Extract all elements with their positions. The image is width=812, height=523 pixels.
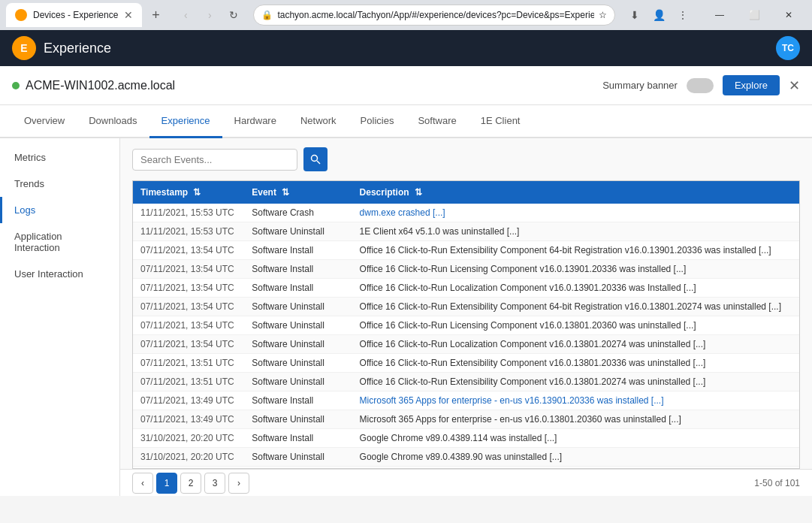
close-button[interactable]: ✕: [771, 3, 806, 27]
svg-line-1: [317, 161, 320, 164]
cell-timestamp: 31/10/2021, 20:20 UTC: [133, 448, 244, 467]
cell-description: Office 16 Click-to-Run Licensing Compone…: [352, 260, 799, 279]
content-area: Timestamp ⇅ Event ⇅ Description ⇅ 11/11/…: [120, 138, 812, 496]
cell-timestamp: 07/11/2021, 13:54 UTC: [133, 260, 244, 279]
window-controls: — ⬜ ✕: [702, 3, 806, 27]
tab-overview[interactable]: Overview: [12, 105, 77, 138]
page-3-button[interactable]: 3: [204, 473, 225, 494]
search-input[interactable]: [132, 149, 297, 171]
device-status-indicator: [12, 82, 20, 89]
timestamp-header[interactable]: Timestamp ⇅: [133, 181, 244, 204]
table-row: 07/11/2021, 13:54 UTCSoftware UninstallO…: [133, 298, 799, 316]
sidebar: MetricsTrendsLogsApplication Interaction…: [0, 138, 120, 496]
cell-description: Office 16 Click-to-Run Extensibility Com…: [352, 354, 799, 373]
sidebar-item-logs[interactable]: Logs: [0, 197, 119, 223]
tab-experience[interactable]: Experience: [149, 105, 222, 138]
device-bar: ACME-WIN1002.acme.local Summary banner E…: [0, 66, 812, 105]
table-container: Timestamp ⇅ Event ⇅ Description ⇅ 11/11/…: [132, 180, 800, 469]
sidebar-item-user-interaction[interactable]: User Interaction: [0, 261, 119, 287]
cell-description: Office 16 Click-to-Run Extensibility Com…: [352, 241, 799, 260]
cell-description: Google Chrome v89.0.4389.114 was install…: [352, 429, 799, 448]
url-input[interactable]: [277, 10, 594, 20]
cell-event: Software Uninstall: [244, 373, 352, 391]
browser-tab-close-icon[interactable]: ✕: [124, 9, 133, 21]
description-sort-icon[interactable]: ⇅: [415, 187, 422, 198]
table-row: 07/11/2021, 13:54 UTCSoftware InstallOff…: [133, 241, 799, 260]
table-row: 11/11/2021, 15:53 UTCSoftware Crashdwm.e…: [133, 204, 799, 222]
bookmark-icon[interactable]: ☆: [599, 10, 607, 20]
cell-event: Software Uninstall: [244, 335, 352, 354]
cell-timestamp: 07/11/2021, 13:49 UTC: [133, 410, 244, 429]
tab-network[interactable]: Network: [288, 105, 349, 138]
table-row: 07/11/2021, 13:54 UTCSoftware InstallOff…: [133, 279, 799, 298]
download-icon[interactable]: ⬇: [624, 5, 645, 26]
cell-description: Google Chrome v89.0.4389.90 was uninstal…: [352, 448, 799, 467]
tab-policies[interactable]: Policies: [349, 105, 406, 138]
next-page-button[interactable]: ›: [228, 473, 249, 494]
maximize-button[interactable]: ⬜: [737, 3, 771, 27]
sidebar-item-application-interaction[interactable]: Application Interaction: [0, 223, 119, 261]
minimize-button[interactable]: —: [702, 3, 737, 27]
cell-event: Software Install: [244, 429, 352, 448]
page-navigation: ‹123›: [132, 473, 249, 494]
cell-description: 1E Client x64 v5.1.0 was uninstalled [..…: [352, 222, 799, 241]
description-header[interactable]: Description ⇅: [352, 181, 799, 204]
page-2-button[interactable]: 2: [180, 473, 201, 494]
sidebar-item-trends[interactable]: Trends: [0, 171, 119, 197]
browser-tab[interactable]: Devices - Experience ✕: [6, 3, 142, 27]
cell-event: Software Install: [244, 260, 352, 279]
device-name-container: ACME-WIN1002.acme.local: [12, 79, 175, 92]
summary-banner-toggle[interactable]: [687, 78, 714, 93]
table-row: 07/11/2021, 13:49 UTCSoftware UninstallM…: [133, 410, 799, 429]
sidebar-item-metrics[interactable]: Metrics: [0, 144, 119, 171]
table-row: 31/10/2021, 20:20 UTCSoftware UninstallG…: [133, 448, 799, 467]
cell-timestamp: 11/11/2021, 15:53 UTC: [133, 222, 244, 241]
summary-banner-label: Summary banner: [602, 80, 678, 91]
cell-event: Software Uninstall: [244, 354, 352, 373]
timestamp-sort-icon[interactable]: ⇅: [193, 187, 201, 198]
explore-button[interactable]: Explore: [723, 75, 780, 95]
lock-icon: 🔒: [261, 10, 273, 20]
page-1-button[interactable]: 1: [156, 473, 177, 494]
table-row: 11/11/2021, 15:53 UTCSoftware Uninstall1…: [133, 222, 799, 241]
cell-description[interactable]: dwm.exe crashed [...]: [352, 204, 799, 222]
app-header: E Experience TC: [0, 30, 812, 66]
cell-description: Office 16 Click-to-Run Localization Comp…: [352, 279, 799, 298]
tab-1e-client[interactable]: 1E Client: [469, 105, 533, 138]
account-icon[interactable]: 👤: [648, 5, 669, 26]
device-bar-actions: Summary banner Explore ✕: [602, 75, 800, 95]
page-info: 1-50 of 101: [754, 478, 800, 488]
event-header[interactable]: Event ⇅: [244, 181, 352, 204]
tab-software[interactable]: Software: [406, 105, 468, 138]
prev-page-button[interactable]: ‹: [132, 473, 153, 494]
close-device-button[interactable]: ✕: [789, 77, 800, 94]
app-title: Experience: [44, 41, 111, 56]
menu-icon[interactable]: ⋮: [672, 5, 693, 26]
table-row: 31/10/2021, 20:20 UTCSoftware InstallGoo…: [133, 429, 799, 448]
address-bar[interactable]: 🔒 ☆: [253, 5, 615, 26]
tab-hardware[interactable]: Hardware: [222, 105, 288, 138]
cell-description: Office 16 Click-to-Run Extensibility Com…: [352, 298, 799, 316]
browser-controls: ‹ › ↻: [175, 5, 244, 26]
cell-event: Software Uninstall: [244, 316, 352, 335]
search-button[interactable]: [303, 147, 328, 171]
user-avatar[interactable]: TC: [776, 36, 800, 60]
cell-description[interactable]: Microsoft 365 Apps for enterprise - en-u…: [352, 391, 799, 410]
event-sort-icon[interactable]: ⇅: [282, 187, 289, 198]
app-logo: E Experience: [12, 36, 111, 60]
cell-description: Office 16 Click-to-Run Localization Comp…: [352, 335, 799, 354]
forward-button[interactable]: ›: [199, 5, 220, 26]
cell-event: Software Uninstall: [244, 448, 352, 467]
cell-timestamp: 31/10/2021, 20:20 UTC: [133, 429, 244, 448]
cell-event: Software Uninstall: [244, 298, 352, 316]
new-tab-button[interactable]: +: [145, 5, 166, 26]
cell-timestamp: 07/11/2021, 13:51 UTC: [133, 354, 244, 373]
cell-event: Software Uninstall: [244, 222, 352, 241]
cell-timestamp: 07/11/2021, 13:54 UTC: [133, 298, 244, 316]
tab-downloads[interactable]: Downloads: [77, 105, 149, 138]
back-button[interactable]: ‹: [175, 5, 196, 26]
refresh-button[interactable]: ↻: [223, 5, 244, 26]
cell-timestamp: 07/11/2021, 13:51 UTC: [133, 373, 244, 391]
table-row: 07/11/2021, 13:49 UTCSoftware InstallMic…: [133, 391, 799, 410]
search-icon: [310, 154, 321, 165]
